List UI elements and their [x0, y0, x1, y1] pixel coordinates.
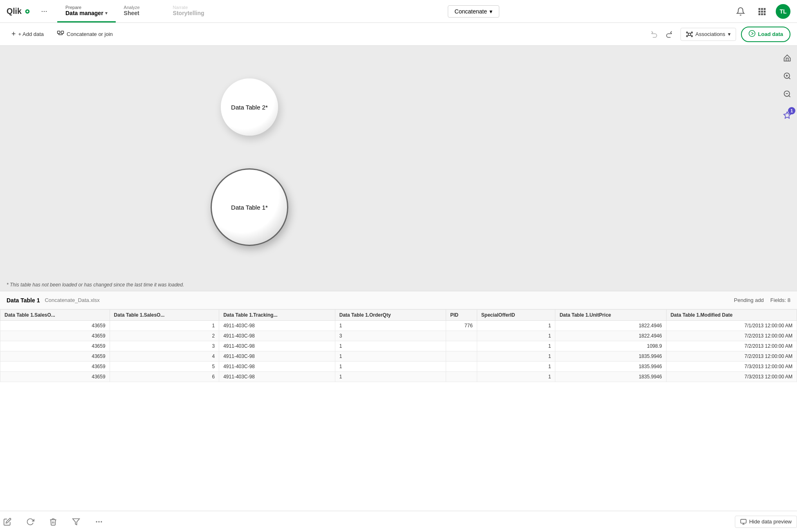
table-cell: 1 [477, 351, 555, 362]
svg-line-21 [687, 35, 689, 36]
table-cell: 7/3/2013 12:00:00 AM [666, 372, 797, 382]
data-table-2-label: Data Table 2* [231, 104, 268, 111]
redo-button[interactable] [662, 28, 676, 41]
table-cell: 4 [110, 351, 219, 362]
svg-point-17 [686, 36, 687, 37]
data-panel-filename: Concatenate_Data.xlsx [45, 297, 99, 303]
undo-button[interactable] [648, 28, 661, 41]
concatenate-dropdown-button[interactable]: Concatenate ▾ [448, 5, 499, 18]
tab-prepare[interactable]: Prepare Data manager ▾ [57, 0, 116, 22]
tab-analyze-label: Analyze [124, 5, 157, 10]
svg-point-32 [96, 521, 97, 522]
col-header-6: Data Table 1.UnitPrice [555, 310, 666, 321]
col-header-5: SpecialOfferID [477, 310, 555, 321]
delete-button[interactable] [46, 514, 61, 529]
data-panel: Data Table 1 Concatenate_Data.xlsx Pendi… [0, 291, 797, 516]
load-data-label: Load data [758, 31, 783, 37]
table-cell: 1822.4946 [555, 331, 666, 341]
data-table-1-label: Data Table 1* [231, 204, 268, 211]
table-cell: 7/2/2013 12:00:00 AM [666, 351, 797, 362]
table-cell: 1 [477, 372, 555, 382]
svg-point-18 [691, 36, 692, 37]
user-avatar[interactable]: TL [776, 4, 790, 19]
col-header-1: Data Table 1.SalesO... [110, 310, 219, 321]
svg-rect-7 [761, 11, 763, 13]
table-cell: 1835.9946 [555, 351, 666, 362]
data-table-2-node[interactable]: Data Table 2* [221, 78, 278, 136]
footer-note-text: * This table has not been loaded or has … [7, 282, 184, 288]
table-cell: 1 [335, 362, 446, 372]
table-cell: 4911-403C-98 [219, 321, 335, 331]
table-cell: 1098.9 [555, 341, 666, 351]
svg-line-25 [789, 78, 790, 79]
table-cell: 43659 [0, 331, 110, 341]
svg-rect-11 [764, 13, 766, 15]
svg-line-19 [687, 33, 689, 34]
add-data-button[interactable]: + + Add data [7, 27, 49, 41]
filter-button[interactable] [69, 514, 83, 529]
svg-line-22 [690, 35, 691, 36]
col-header-4: PID [446, 310, 477, 321]
table-cell: 7/1/2013 12:00:00 AM [666, 321, 797, 331]
svg-point-15 [686, 32, 687, 33]
svg-point-33 [98, 521, 99, 522]
table-cell: 1 [335, 321, 446, 331]
add-data-label: + Add data [18, 31, 44, 37]
data-table-1-node[interactable]: Data Table 1* [211, 168, 288, 246]
hide-preview-label: Hide data preview [749, 519, 792, 525]
top-nav: Qlik ··· Prepare Data manager ▾ Analyze … [0, 0, 797, 23]
tab-analyze[interactable]: Analyze Sheet [116, 0, 165, 22]
zoom-out-button[interactable] [780, 87, 795, 101]
hide-preview-button[interactable]: Hide data preview [735, 516, 797, 528]
tab-prepare-title: Data manager [65, 10, 103, 16]
edit-button[interactable] [0, 514, 15, 529]
zoom-in-button[interactable] [780, 69, 795, 83]
svg-point-23 [749, 30, 755, 36]
table-cell: 1 [335, 372, 446, 382]
data-table-body: 4365914911-403C-98177611822.49467/1/2013… [0, 321, 797, 382]
tab-narrate-label: Narrate [173, 5, 206, 10]
svg-rect-10 [761, 13, 763, 15]
table-cell: 3 [335, 331, 446, 341]
table-cell [446, 331, 477, 341]
more-options-button[interactable] [92, 514, 106, 529]
table-cell [446, 341, 477, 351]
concatenate-join-button[interactable]: Concatenate or join [52, 27, 118, 41]
svg-marker-31 [73, 519, 80, 525]
main-toolbar: + + Add data Concatenate or join Associa… [0, 23, 797, 46]
notification-button[interactable] [733, 4, 748, 19]
table-row: 4365934911-403C-98111098.97/2/2013 12:00… [0, 341, 797, 351]
table-cell: 4911-403C-98 [219, 362, 335, 372]
load-data-button[interactable]: Load data [741, 27, 790, 42]
svg-rect-8 [764, 11, 766, 13]
table-cell: 1 [477, 321, 555, 331]
refresh-button[interactable] [23, 514, 38, 529]
associations-button[interactable]: Associations ▾ [680, 28, 736, 41]
table-cell: 1 [477, 331, 555, 341]
table-cell: 1 [477, 362, 555, 372]
home-button[interactable] [780, 51, 795, 65]
table-cell: 6 [110, 372, 219, 382]
data-table-container[interactable]: Data Table 1.SalesO... Data Table 1.Sale… [0, 309, 797, 382]
prepare-dropdown-icon[interactable]: ▾ [105, 10, 108, 16]
table-cell: 1 [110, 321, 219, 331]
more-menu-button[interactable]: ··· [38, 5, 51, 18]
table-cell [446, 351, 477, 362]
table-cell: 1835.9946 [555, 362, 666, 372]
table-cell: 4911-403C-98 [219, 341, 335, 351]
recommendations-button[interactable]: 1 [780, 108, 795, 123]
col-header-2: Data Table 1.Tracking... [219, 310, 335, 321]
data-table: Data Table 1.SalesO... Data Table 1.Sale… [0, 309, 797, 382]
table-row: 4365924911-403C-98311822.49467/2/2013 12… [0, 331, 797, 341]
svg-rect-35 [741, 519, 746, 523]
data-panel-header-right: Pending add Fields: 8 [734, 297, 790, 303]
grid-menu-button[interactable] [754, 4, 769, 19]
canvas-sidebar: 1 [777, 46, 797, 291]
badge-count: 1 [788, 107, 795, 114]
bottom-toolbar: Hide data preview [0, 511, 797, 532]
table-cell: 7/3/2013 12:00:00 AM [666, 362, 797, 372]
svg-rect-6 [759, 11, 761, 13]
svg-text:Qlik: Qlik [7, 7, 22, 16]
nav-tabs: Prepare Data manager ▾ Analyze Sheet Nar… [57, 0, 214, 22]
table-cell: 43659 [0, 362, 110, 372]
